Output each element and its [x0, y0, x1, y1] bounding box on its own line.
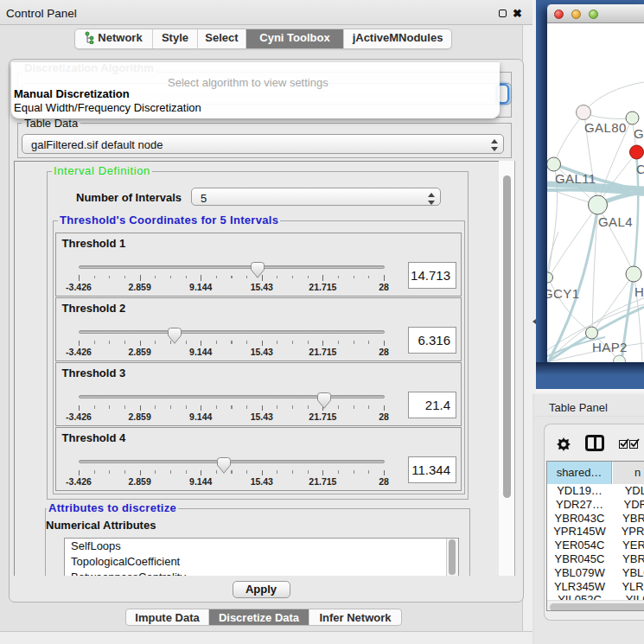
svg-text:GCY1: GCY1 [547, 286, 579, 301]
svg-text:H: H [634, 284, 644, 299]
svg-text:GAL11: GAL11 [555, 171, 596, 186]
svg-text:GA: GA [634, 126, 644, 141]
svg-text:HAP2: HAP2 [592, 340, 628, 354]
svg-text:CY: CY [636, 162, 644, 176]
svg-text:GAL4: GAL4 [598, 214, 633, 229]
svg-text:GAL80: GAL80 [584, 120, 627, 135]
